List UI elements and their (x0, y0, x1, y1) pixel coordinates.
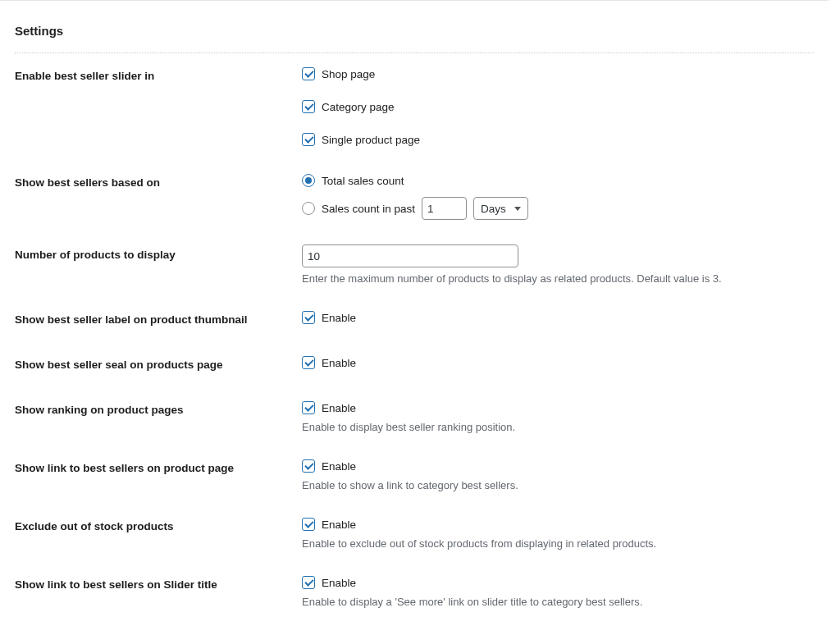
label-link-slider-title: Show link to best sellers on Slider titl… (15, 562, 302, 620)
checkbox-link-slider-title[interactable] (302, 576, 315, 589)
label-exclude-oos: Exclude out of stock products (15, 504, 302, 562)
checkbox-ranking[interactable] (302, 401, 315, 414)
checkbox-shop-page[interactable] (302, 67, 315, 80)
radio-sales-past[interactable] (302, 202, 315, 215)
desc-exclude-oos: Enable to exclude out of stock products … (302, 537, 814, 550)
label-ranking: Show ranking on product pages (15, 387, 302, 446)
label-num-products: Number of products to display (15, 232, 302, 297)
checkbox-seal-label: Enable (322, 357, 356, 369)
checkbox-shop-page-label: Shop page (322, 68, 375, 80)
field-exclude-oos: Exclude out of stock products Enable Ena… (15, 504, 814, 562)
checkbox-thumb-label-label: Enable (322, 312, 356, 324)
checkbox-exclude-oos-label: Enable (322, 519, 356, 531)
label-link-product: Show link to best sellers on product pag… (15, 446, 302, 504)
select-past-unit[interactable]: Days (473, 197, 528, 220)
label-enable-slider: Enable best seller slider in (15, 53, 302, 160)
field-basis: Show best sellers based on Total sales c… (15, 160, 814, 232)
desc-link-product: Enable to show a link to category best s… (302, 479, 814, 491)
label-seal: Show best seller seal on products page (15, 342, 302, 387)
desc-link-slider-title: Enable to display a 'See more' link on s… (302, 596, 814, 608)
checkbox-thumb-label[interactable] (302, 311, 315, 324)
checkbox-category-page-label: Category page (322, 101, 395, 113)
radio-total-sales-label: Total sales count (322, 175, 404, 187)
field-seal: Show best seller seal on products page E… (15, 342, 814, 387)
radio-total-sales[interactable] (302, 174, 315, 187)
desc-ranking: Enable to display best seller ranking po… (302, 421, 814, 433)
checkbox-single-product-page[interactable] (302, 133, 315, 146)
field-link-product: Show link to best sellers on product pag… (15, 446, 814, 504)
label-thumb-label: Show best seller label on product thumbn… (15, 297, 302, 342)
field-thumb-label: Show best seller label on product thumbn… (15, 297, 814, 342)
checkbox-seal[interactable] (302, 356, 315, 369)
desc-num-products: Enter the maximum number of products to … (302, 272, 814, 285)
input-past-value[interactable] (422, 197, 467, 220)
checkbox-single-product-page-label: Single product page (322, 134, 420, 146)
label-separate-sliders: Show separate sliders per category on si… (15, 620, 302, 626)
checkbox-link-slider-title-label: Enable (322, 577, 356, 589)
field-enable-slider: Enable best seller slider in Shop page C… (15, 53, 814, 160)
checkbox-exclude-oos[interactable] (302, 518, 315, 531)
checkbox-category-page[interactable] (302, 100, 315, 113)
checkbox-link-product[interactable] (302, 459, 315, 473)
label-basis: Show best sellers based on (15, 160, 302, 232)
page-title: Settings (15, 1, 814, 53)
checkbox-link-product-label: Enable (322, 460, 356, 473)
field-num-products: Number of products to display Enter the … (15, 232, 814, 297)
field-ranking: Show ranking on product pages Enable Ena… (15, 387, 814, 446)
field-link-slider-title: Show link to best sellers on Slider titl… (15, 562, 814, 620)
radio-sales-past-label: Sales count in past (322, 203, 415, 215)
input-num-products[interactable] (302, 244, 518, 267)
checkbox-ranking-label: Enable (322, 402, 356, 414)
field-separate-sliders: Show separate sliders per category on si… (15, 620, 814, 626)
